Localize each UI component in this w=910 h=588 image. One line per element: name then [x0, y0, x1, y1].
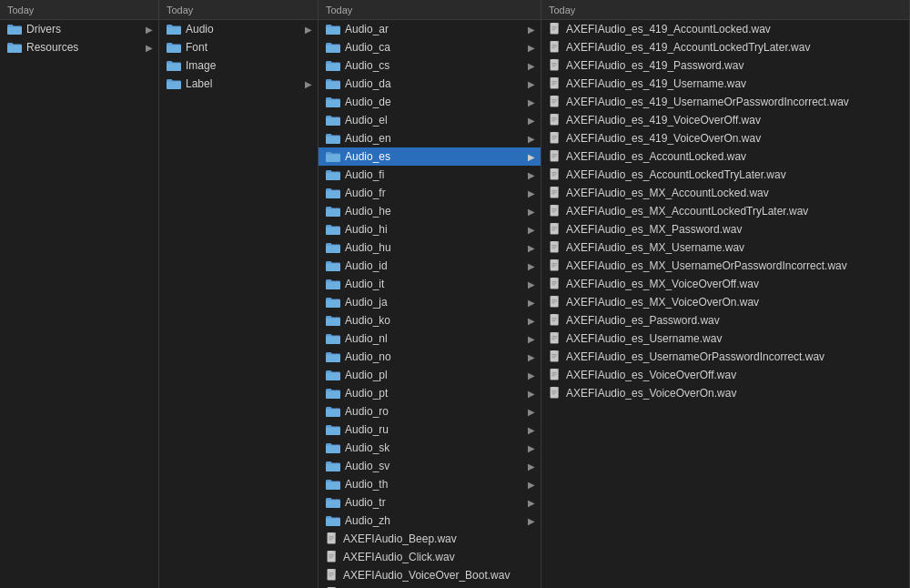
list-item[interactable]: AXEFIAudio_es_419_VoiceOverOn.wav [541, 129, 909, 147]
folder-icon [326, 315, 340, 326]
file-icon [549, 114, 561, 127]
list-item[interactable]: AXEFIAudio_es_MX_Username.wav [541, 238, 909, 257]
item-name: AXEFIAudio_es_419_AccountLocked.wav [566, 23, 904, 35]
chevron-right-icon: ▶ [528, 79, 535, 89]
list-item[interactable]: AXEFIAudio_es_MX_Password.wav [541, 220, 909, 238]
list-item[interactable]: AXEFIAudio_Beep.wav [318, 530, 541, 548]
list-item[interactable]: Resources▶ [0, 38, 158, 56]
item-name: Audio_pl [345, 369, 528, 381]
list-item[interactable]: AXEFIAudio_es_419_AccountLocked.wav [541, 20, 909, 38]
list-item[interactable]: AXEFIAudio_es_MX_AccountLocked.wav [541, 184, 909, 202]
list-item[interactable]: AXEFIAudio_es_VoiceOverOff.wav [541, 366, 909, 384]
chevron-right-icon: ▶ [528, 43, 535, 53]
list-item[interactable]: Audio_tr▶ [318, 493, 541, 512]
file-icon [549, 168, 561, 181]
file-icon [549, 259, 561, 272]
item-name: Audio_ru [345, 423, 528, 436]
item-name: AXEFIAudio_es_MX_VoiceOverOn.wav [566, 296, 904, 309]
chevron-right-icon: ▶ [528, 97, 535, 107]
item-name: Audio_hu [345, 241, 528, 254]
item-name: Audio_ro [345, 405, 528, 418]
list-item[interactable]: Audio_ja▶ [318, 293, 541, 311]
column-2: Today Audio▶ Font Image Label▶ [159, 0, 318, 588]
list-item[interactable]: AXEFIAudio_VoiceOver_Boot.wav [318, 566, 541, 584]
column-1-header: Today [0, 0, 158, 20]
list-item[interactable]: AXEFIAudio_Click.wav [318, 548, 541, 566]
folder-icon [326, 224, 340, 235]
folder-icon [326, 96, 340, 107]
list-item[interactable]: Audio_ko▶ [318, 311, 541, 329]
column-3: Today Audio_ar▶ Audio_ca▶ Audio_cs▶ Audi… [318, 0, 541, 588]
folder-icon [7, 24, 22, 35]
list-item[interactable]: Audio_cs▶ [318, 56, 541, 75]
list-item[interactable]: Audio_hu▶ [318, 238, 541, 257]
folder-icon [326, 78, 340, 89]
list-item[interactable]: Drivers▶ [0, 20, 158, 38]
item-name: AXEFIAudio_es_VoiceOverOff.wav [566, 369, 904, 381]
item-name: Audio_de [345, 96, 528, 108]
list-item[interactable]: AXEFIAudio_es_419_Password.wav [541, 56, 909, 75]
list-item[interactable]: AXEFIAudio_es_419_UsernameOrPasswordInco… [541, 93, 909, 111]
list-item[interactable]: AXEFIAudio_es_VoiceOverOn.wav [541, 384, 909, 402]
list-item[interactable]: AXEFIAudio_es_MX_AccountLockedTryLater.w… [541, 202, 909, 220]
list-item[interactable]: Audio_sk▶ [318, 439, 541, 457]
item-name: Audio_ko [345, 314, 528, 327]
list-item[interactable]: Audio_sv▶ [318, 457, 541, 475]
item-name: Audio [186, 23, 305, 35]
file-icon [549, 314, 561, 327]
list-item[interactable]: Audio▶ [159, 20, 318, 38]
list-item[interactable]: Audio_ar▶ [318, 20, 541, 38]
list-item[interactable]: AXEFIAudio_es_AccountLockedTryLater.wav [541, 166, 909, 184]
list-item[interactable]: AXEFIAudio_es_AccountLocked.wav [541, 147, 909, 166]
list-item[interactable]: AXEFIAudio_es_Password.wav [541, 311, 909, 329]
list-item[interactable]: AXEFIAudio_es_MX_VoiceOverOff.wav [541, 275, 909, 293]
list-item[interactable]: Audio_zh▶ [318, 512, 541, 530]
list-item[interactable]: Audio_ru▶ [318, 421, 541, 439]
list-item[interactable]: Image [159, 56, 318, 75]
list-item[interactable]: AXEFIAudio_es_MX_UsernameOrPasswordIncor… [541, 257, 909, 275]
list-item[interactable]: Audio_no▶ [318, 348, 541, 366]
list-item[interactable]: Audio_ca▶ [318, 38, 541, 56]
list-item[interactable]: Audio_id▶ [318, 257, 541, 275]
item-name: AXEFIAudio_es_419_UsernameOrPasswordInco… [566, 96, 904, 108]
file-icon [549, 23, 561, 35]
chevron-right-icon: ▶ [528, 152, 535, 162]
folder-icon [326, 333, 340, 344]
folder-icon [326, 297, 340, 308]
chevron-right-icon: ▶ [528, 334, 535, 344]
list-item[interactable]: Audio_pl▶ [318, 366, 541, 384]
list-item[interactable]: Audio_nl▶ [318, 329, 541, 348]
list-item[interactable]: Audio_fr▶ [318, 184, 541, 202]
list-item[interactable]: AXEFIAudio_es_419_Username.wav [541, 75, 909, 93]
chevron-right-icon: ▶ [305, 79, 312, 89]
item-name: Audio_cs [345, 59, 528, 72]
list-item[interactable]: Label▶ [159, 75, 318, 93]
list-item[interactable]: AXEFIAudio_es_UsernameOrPasswordIncorrec… [541, 348, 909, 366]
list-item[interactable]: Font [159, 38, 318, 56]
item-name: Audio_pt [345, 387, 528, 400]
list-item[interactable]: Audio_de▶ [318, 93, 541, 111]
list-item[interactable]: AXEFIAudio_es_Username.wav [541, 329, 909, 348]
list-item[interactable]: Audio_es▶ [318, 147, 541, 166]
list-item[interactable]: Audio_th▶ [318, 475, 541, 493]
folder-icon [326, 370, 340, 380]
list-item[interactable]: Audio_da▶ [318, 75, 541, 93]
list-item[interactable]: OCEFIAudio_VoiceOver_Boot.wav [318, 584, 541, 588]
list-item[interactable]: Audio_ro▶ [318, 402, 541, 421]
list-item[interactable]: Audio_en▶ [318, 129, 541, 147]
list-item[interactable]: AXEFIAudio_es_419_VoiceOverOff.wav [541, 111, 909, 129]
list-item[interactable]: AXEFIAudio_es_419_AccountLockedTryLater.… [541, 38, 909, 56]
list-item[interactable]: Audio_el▶ [318, 111, 541, 129]
item-name: Audio_ja [345, 296, 528, 309]
chevron-right-icon: ▶ [528, 389, 535, 399]
list-item[interactable]: AXEFIAudio_es_MX_VoiceOverOn.wav [541, 293, 909, 311]
list-item[interactable]: Audio_fi▶ [318, 166, 541, 184]
column-3-header: Today [318, 0, 541, 20]
file-icon [549, 59, 561, 72]
list-item[interactable]: Audio_it▶ [318, 275, 541, 293]
item-name: AXEFIAudio_es_AccountLocked.wav [566, 150, 904, 163]
chevron-right-icon: ▶ [528, 516, 535, 526]
list-item[interactable]: Audio_hi▶ [318, 220, 541, 238]
list-item[interactable]: Audio_pt▶ [318, 384, 541, 402]
list-item[interactable]: Audio_he▶ [318, 202, 541, 220]
